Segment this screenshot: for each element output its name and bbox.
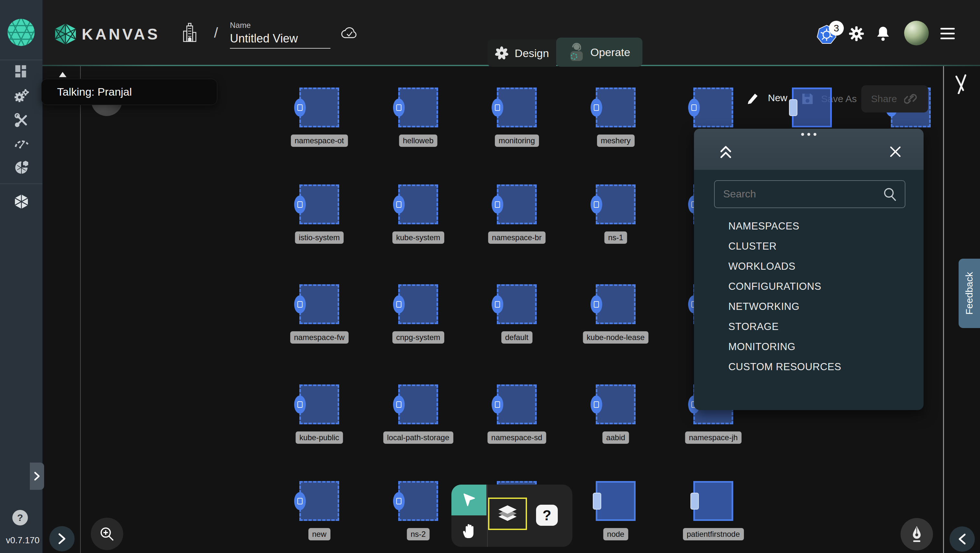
design-name-input[interactable] bbox=[230, 32, 331, 49]
magnifier-plus-icon bbox=[99, 526, 115, 542]
sidebar-help-button[interactable]: ? bbox=[12, 510, 28, 526]
node-connection-handle[interactable] bbox=[393, 195, 405, 214]
node-connection-handle[interactable] bbox=[294, 396, 306, 414]
canvas-node-meshery[interactable]: meshery bbox=[596, 87, 636, 127]
canvas-node-ns-2[interactable]: ns-2 bbox=[398, 481, 438, 521]
tab-design[interactable]: Design bbox=[487, 40, 556, 67]
pen-nib-icon bbox=[908, 526, 925, 543]
close-icon[interactable] bbox=[889, 146, 902, 158]
canvas-node-helloweb[interactable]: helloweb bbox=[398, 87, 438, 127]
node-connection-handle[interactable] bbox=[492, 195, 503, 214]
panel-search-box[interactable] bbox=[714, 180, 905, 208]
chevron-left-icon bbox=[958, 533, 967, 545]
node-connection-handle[interactable] bbox=[393, 396, 405, 414]
node-connection-handle[interactable] bbox=[294, 99, 306, 117]
node-connection-handle[interactable] bbox=[492, 396, 503, 414]
cloud-sync-icon[interactable] bbox=[341, 26, 358, 41]
canvas-node-new[interactable]: new bbox=[299, 481, 339, 521]
select-tool-button[interactable] bbox=[452, 485, 487, 515]
drag-handle-dots-icon[interactable] bbox=[800, 131, 818, 137]
feedback-tab[interactable]: Feedback bbox=[959, 259, 980, 328]
node-connection-handle[interactable] bbox=[688, 99, 700, 117]
node-connection-handle[interactable] bbox=[590, 99, 602, 117]
canvas-node-istio-system[interactable]: istio-system bbox=[299, 184, 339, 224]
canvas-node-namespace-fw[interactable]: namespace-fw bbox=[299, 284, 339, 324]
canvas-node-kube-system[interactable]: kube-system bbox=[398, 184, 438, 224]
node-connection-handle[interactable] bbox=[492, 99, 503, 117]
node-connection-handle[interactable] bbox=[690, 493, 699, 510]
panel-category-cluster[interactable]: CLUSTER bbox=[729, 236, 841, 256]
expand-left-dock-button[interactable] bbox=[49, 526, 75, 551]
node-label: namespace-fw bbox=[290, 331, 348, 343]
node-label: new bbox=[308, 528, 330, 540]
panel-category-storage[interactable]: STORAGE bbox=[729, 317, 841, 337]
canvas-node-namespace-sd[interactable]: namespace-sd bbox=[497, 385, 537, 424]
collapse-double-chevron-up-icon[interactable] bbox=[719, 144, 733, 160]
node-connection-handle[interactable] bbox=[590, 295, 602, 313]
canvas-node[interactable] bbox=[792, 87, 832, 127]
canvas-node-default[interactable]: default bbox=[497, 284, 537, 324]
sidebar-item-configuration[interactable] bbox=[14, 112, 29, 128]
right-dock-y-icon[interactable] bbox=[954, 74, 968, 94]
sidebar-item-lifecycle[interactable] bbox=[14, 88, 29, 103]
node-connection-handle[interactable] bbox=[590, 195, 602, 214]
panel-category-custom-resources[interactable]: CUSTOM RESOURCES bbox=[729, 357, 841, 377]
pan-tool-button[interactable] bbox=[452, 515, 487, 547]
annotation-pen-button[interactable] bbox=[900, 518, 933, 550]
node-label: ns-1 bbox=[604, 232, 627, 244]
settings-gear-icon[interactable] bbox=[849, 26, 864, 43]
menu-hamburger-icon[interactable] bbox=[940, 27, 955, 42]
zoom-tool-button[interactable] bbox=[91, 518, 123, 550]
node-connection-handle[interactable] bbox=[393, 295, 405, 313]
chevron-right-icon bbox=[33, 471, 41, 481]
node-connection-handle[interactable] bbox=[593, 493, 601, 510]
canvas-node-aabid[interactable]: aabid bbox=[596, 385, 636, 424]
node-connection-handle[interactable] bbox=[294, 492, 306, 510]
collapse-right-dock-button[interactable] bbox=[950, 526, 975, 552]
canvas-node-namespace-br[interactable]: namespace-br bbox=[497, 184, 537, 224]
organization-icon[interactable] bbox=[181, 23, 199, 44]
canvas-node-patientfirstnode[interactable]: patientfirstnode bbox=[693, 481, 733, 521]
kanvas-logo-icon[interactable] bbox=[54, 24, 77, 46]
search-icon[interactable] bbox=[883, 187, 897, 202]
sidebar-item-performance[interactable] bbox=[14, 135, 29, 150]
layers-tool-button[interactable] bbox=[488, 497, 527, 530]
panel-category-namespaces[interactable]: NAMESPACES bbox=[729, 216, 841, 236]
dock-panel: NAMESPACESCLUSTERWORKLOADSCONFIGURATIONS… bbox=[694, 129, 924, 410]
tab-operate[interactable]: Operate bbox=[556, 38, 643, 67]
canvas-node-ns-1[interactable]: ns-1 bbox=[596, 184, 636, 224]
node-label: cnpg-system bbox=[392, 331, 444, 343]
sidebar-expand-tab[interactable] bbox=[30, 462, 44, 490]
node-connection-handle[interactable] bbox=[492, 295, 503, 313]
canvas-node-local-path-storage[interactable]: local-path-storage bbox=[398, 385, 438, 424]
panel-category-configurations[interactable]: CONFIGURATIONS bbox=[729, 276, 841, 297]
canvas-node-namespace-ot[interactable]: namespace-ot bbox=[299, 87, 339, 127]
sidebar-item-dashboard[interactable] bbox=[14, 64, 29, 79]
panel-category-monitoring[interactable]: MONITORING bbox=[729, 337, 841, 357]
canvas-node[interactable] bbox=[693, 87, 733, 127]
panel-category-networking[interactable]: NETWORKING bbox=[729, 297, 841, 317]
node-connection-handle[interactable] bbox=[393, 492, 405, 510]
canvas-node-kube-node-lease[interactable]: kube-node-lease bbox=[596, 284, 636, 324]
sidebar-divider bbox=[0, 60, 43, 60]
meshery-logo[interactable] bbox=[8, 19, 35, 46]
share-button[interactable]: Share bbox=[861, 85, 928, 113]
node-connection-handle[interactable] bbox=[590, 396, 602, 414]
search-input[interactable] bbox=[722, 181, 880, 207]
toolbar-help-button[interactable]: ? bbox=[536, 505, 558, 526]
dock-panel-header[interactable] bbox=[694, 129, 924, 170]
canvas-node-cnpg-system[interactable]: cnpg-system bbox=[398, 284, 438, 324]
notifications-bell-icon[interactable] bbox=[876, 25, 891, 43]
canvas-node-kube-public[interactable]: kube-public bbox=[299, 385, 339, 424]
user-avatar[interactable] bbox=[904, 21, 929, 45]
panel-category-workloads[interactable]: WORKLOADS bbox=[729, 256, 841, 276]
sidebar-item-extensions[interactable] bbox=[14, 160, 29, 175]
kanvas-app: KANVAS / Name bbox=[0, 0, 980, 553]
node-connection-handle[interactable] bbox=[294, 295, 306, 313]
node-connection-handle[interactable] bbox=[393, 99, 405, 117]
sidebar-item-meshery[interactable] bbox=[14, 194, 29, 210]
node-connection-handle[interactable] bbox=[294, 195, 306, 214]
canvas-node-node[interactable]: node bbox=[596, 481, 636, 521]
canvas-node-monitoring[interactable]: monitoring bbox=[497, 87, 537, 127]
node-connection-handle[interactable] bbox=[789, 99, 797, 116]
